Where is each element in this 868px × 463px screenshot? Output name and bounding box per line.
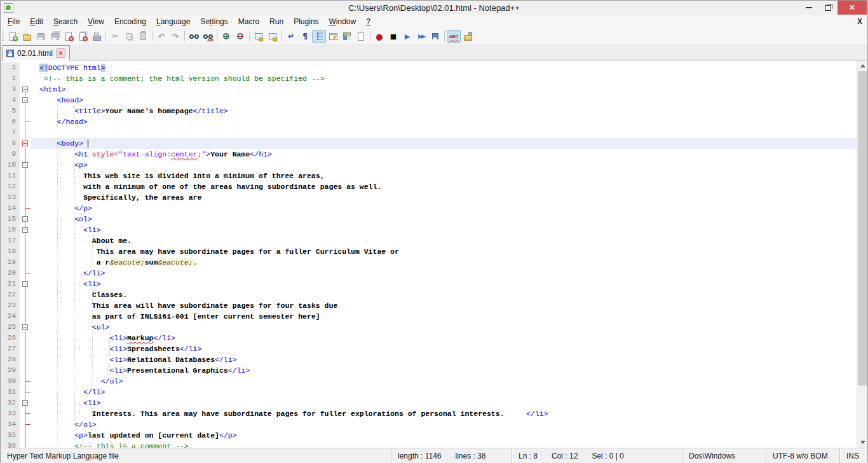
code-text[interactable]: This area will have subordinate pages fo… [31,300,857,311]
close-file-button[interactable] [62,30,76,43]
cut-button[interactable]: ✂ [108,30,122,43]
code-line-1[interactable]: 1<!DOCTYPE html> [1,62,857,73]
code-text[interactable]: <li>Markup</li> [31,333,857,343]
zoom-out-button[interactable]: − [233,30,247,43]
menu-help[interactable]: ? [361,15,376,28]
code-line-18[interactable]: 18 This area may have subordinate pages … [1,246,857,257]
code-line-27[interactable]: 27 <li>Spreadsheets</li> [1,343,857,354]
code-text[interactable]: This web site is divided into a minimum … [31,170,857,181]
code-text[interactable]: Classes. [31,289,857,300]
fold-collapse-box[interactable] [22,97,28,103]
fold-collapse-box[interactable] [22,400,28,406]
paste-button[interactable] [136,30,150,43]
code-text[interactable]: <head> [31,95,857,106]
code-line-13[interactable]: 13 Specifically, the areas are [1,192,857,203]
code-text[interactable]: </p> [31,203,857,214]
code-line-9[interactable]: 9 <h1 style="text-align:center;">Your Na… [1,149,857,160]
code-line-14[interactable]: 14 </p> [1,203,857,214]
word-wrap-button[interactable]: ↵ [284,30,298,43]
redo-button[interactable]: ↷ [168,30,182,43]
menu-edit[interactable]: Edit [25,15,48,28]
code-text[interactable]: as part of INLS161-001 [enter current se… [31,311,857,322]
code-text[interactable]: a r&eacute;sum&eacute;. [31,257,857,268]
close-document-x[interactable]: X [857,17,862,26]
sync-horizontal-scrolling-button[interactable] [266,30,280,43]
code-text[interactable]: <title>Your Name's homepage</title> [31,106,857,116]
code-line-17[interactable]: 17 About me. [1,235,857,246]
fold-collapse-box[interactable] [22,141,28,146]
code-text[interactable] [31,127,857,138]
code-text[interactable]: <h1 style="text-align:center;">Your Name… [31,149,857,160]
code-line-5[interactable]: 5 <title>Your Name's homepage</title> [1,106,857,116]
function-list-button[interactable] [354,30,368,43]
menu-view[interactable]: View [83,15,109,28]
print-button[interactable] [90,30,104,43]
menu-search[interactable]: Search [48,15,83,28]
minimize-button[interactable] [799,1,818,15]
fold-collapse-box[interactable] [22,281,28,287]
code-line-20[interactable]: 20 </li> [1,268,857,279]
macro-play-button[interactable]: ▶ [400,30,414,43]
menu-encoding[interactable]: Encoding [109,15,151,28]
status-insert-mode[interactable]: INS [839,448,867,463]
close-all-button[interactable] [76,30,90,43]
code-text[interactable]: <li>Relational Databases</li> [31,354,857,365]
macro-save-button[interactable] [428,30,442,43]
code-text[interactable]: <html> [31,84,857,95]
code-text[interactable]: with a minimum of one of the areas havin… [31,181,857,192]
code-line-30[interactable]: 30 </ul> [1,376,857,387]
code-line-29[interactable]: 29 <li>Presentational Graphics</li> [1,365,857,376]
code-text[interactable]: </ul> [31,376,857,387]
fold-collapse-box[interactable] [22,162,28,168]
scroll-down-arrow[interactable] [857,437,867,448]
scrollbar-thumb[interactable] [858,71,867,385]
status-eol-format[interactable]: Dos\Windows [682,448,766,463]
undo-button[interactable]: ↶ [154,30,168,43]
status-encoding[interactable]: UTF-8 w/o BOM [766,448,839,463]
code-text[interactable]: <!-- this is a comment; the html version… [31,73,857,84]
show-all-characters-button[interactable]: ¶ [298,30,312,43]
code-text[interactable]: <ol> [31,214,857,225]
code-text[interactable]: Specifically, the areas are [31,192,857,203]
code-line-7[interactable]: 7 [1,127,857,138]
menu-settings[interactable]: Settings [195,15,233,28]
code-line-32[interactable]: 32 <li> [1,397,857,408]
code-text[interactable]: </head> [31,116,857,127]
fold-collapse-box[interactable] [22,324,28,330]
copy-button[interactable] [122,30,136,43]
code-line-28[interactable]: 28 <li>Relational Databases</li> [1,354,857,365]
code-line-12[interactable]: 12 with a minimum of one of the areas ha… [1,181,857,192]
menu-window[interactable]: Window [323,15,361,28]
code-line-3[interactable]: 3<html> [1,84,857,95]
code-line-10[interactable]: 10 <p> [1,160,857,170]
tab-02-01-html[interactable]: 02.01.html ✕ [2,45,70,60]
spell-check-settings-button[interactable] [461,30,475,43]
sync-vertical-scrolling-button[interactable] [252,30,266,43]
code-text[interactable]: <p>last updated on [current date]</p> [31,430,857,441]
macro-record-button[interactable]: ● [372,30,386,43]
zoom-in-button[interactable]: + [219,30,233,43]
code-line-11[interactable]: 11 This web site is divided into a minim… [1,170,857,181]
vertical-scrollbar[interactable] [857,60,867,448]
code-text[interactable]: <li>Spreadsheets</li> [31,343,857,354]
macro-stop-button[interactable]: ■ [386,30,400,43]
code-line-26[interactable]: 26 <li>Markup</li> [1,333,857,343]
replace-button[interactable] [201,30,215,43]
menu-language[interactable]: Language [151,15,195,28]
code-text[interactable]: </ol> [31,419,857,430]
menu-macro[interactable]: Macro [233,15,264,28]
code-line-21[interactable]: 21 <li> [1,279,857,289]
close-button[interactable]: ✕ [837,1,867,15]
macro-run-multiple-button[interactable]: ▶▶ [414,30,428,43]
fold-collapse-box[interactable] [22,216,28,222]
code-line-25[interactable]: 25 <ul> [1,322,857,333]
code-line-36[interactable]: 36 <!-- this is a comment --> [1,441,857,448]
find-button[interactable] [187,30,201,43]
code-text[interactable]: </li> [31,268,857,279]
menu-file[interactable]: File [3,15,25,28]
new-file-button[interactable] [6,30,20,43]
show-indent-guide-button[interactable] [312,30,326,43]
code-line-33[interactable]: 33 Interests. This area may have subordi… [1,408,857,419]
restore-button[interactable] [818,1,837,15]
code-text[interactable]: <p> [31,160,857,170]
